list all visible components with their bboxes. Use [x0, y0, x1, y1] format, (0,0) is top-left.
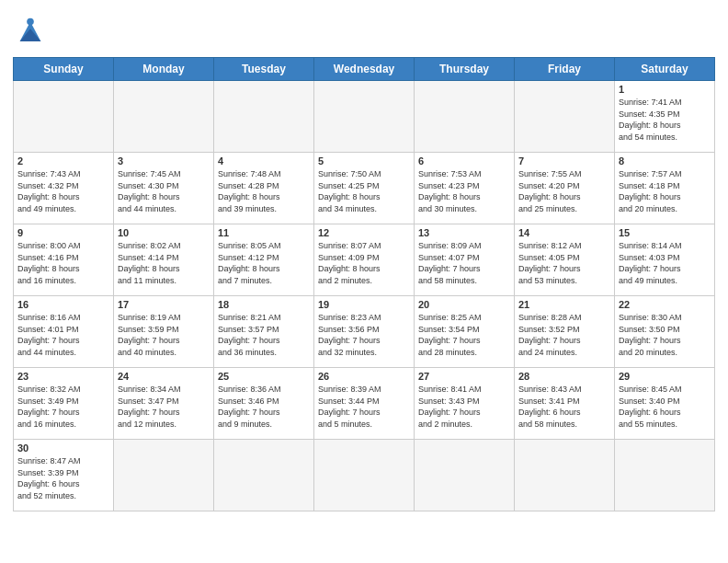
- calendar-cell: 17Sunrise: 8:19 AM Sunset: 3:59 PM Dayli…: [114, 296, 214, 368]
- day-number: 21: [518, 299, 610, 310]
- calendar-cell: 16Sunrise: 8:16 AM Sunset: 4:01 PM Dayli…: [14, 296, 114, 368]
- calendar-cell: 18Sunrise: 8:21 AM Sunset: 3:57 PM Dayli…: [214, 296, 314, 368]
- day-number: 24: [118, 371, 210, 382]
- calendar-cell: [515, 440, 615, 511]
- calendar-cell: 1Sunrise: 7:41 AM Sunset: 4:35 PM Daylig…: [615, 81, 715, 153]
- day-info: Sunrise: 8:41 AM Sunset: 3:43 PM Dayligh…: [418, 384, 510, 430]
- calendar-cell: 19Sunrise: 8:23 AM Sunset: 3:56 PM Dayli…: [314, 296, 415, 368]
- day-number: 19: [318, 299, 410, 310]
- weekday-header-monday: Monday: [114, 58, 214, 81]
- calendar-cell: 5Sunrise: 7:50 AM Sunset: 4:25 PM Daylig…: [314, 153, 415, 224]
- calendar-cell: [214, 440, 314, 511]
- day-number: 25: [218, 371, 310, 382]
- day-number: 17: [118, 299, 210, 310]
- day-number: 26: [318, 371, 410, 382]
- calendar-cell: 11Sunrise: 8:05 AM Sunset: 4:12 PM Dayli…: [214, 224, 314, 296]
- day-info: Sunrise: 8:12 AM Sunset: 4:05 PM Dayligh…: [518, 240, 610, 286]
- day-info: Sunrise: 8:45 AM Sunset: 3:40 PM Dayligh…: [619, 384, 711, 430]
- day-number: 30: [17, 442, 109, 454]
- svg-point-2: [27, 18, 34, 26]
- day-number: 9: [17, 227, 109, 238]
- calendar-cell: 9Sunrise: 8:00 AM Sunset: 4:16 PM Daylig…: [14, 224, 114, 296]
- day-info: Sunrise: 7:57 AM Sunset: 4:18 PM Dayligh…: [619, 168, 711, 214]
- calendar-cell: 2Sunrise: 7:43 AM Sunset: 4:32 PM Daylig…: [14, 153, 114, 224]
- day-info: Sunrise: 8:39 AM Sunset: 3:44 PM Dayligh…: [318, 384, 410, 430]
- day-info: Sunrise: 7:41 AM Sunset: 4:35 PM Dayligh…: [619, 97, 711, 143]
- day-number: 28: [518, 371, 610, 382]
- day-number: 23: [17, 371, 109, 382]
- day-info: Sunrise: 8:36 AM Sunset: 3:46 PM Dayligh…: [218, 384, 310, 430]
- calendar-cell: 25Sunrise: 8:36 AM Sunset: 3:46 PM Dayli…: [214, 368, 314, 440]
- calendar-cell: 28Sunrise: 8:43 AM Sunset: 3:41 PM Dayli…: [515, 368, 615, 440]
- day-number: 15: [619, 227, 711, 238]
- weekday-header-sunday: Sunday: [14, 58, 114, 81]
- calendar-cell: 24Sunrise: 8:34 AM Sunset: 3:47 PM Dayli…: [114, 368, 214, 440]
- day-number: 8: [619, 155, 711, 167]
- day-number: 7: [518, 155, 610, 167]
- day-info: Sunrise: 8:07 AM Sunset: 4:09 PM Dayligh…: [318, 240, 410, 286]
- svg-marker-1: [20, 29, 41, 41]
- calendar-cell: 21Sunrise: 8:28 AM Sunset: 3:52 PM Dayli…: [515, 296, 615, 368]
- calendar-cell: 29Sunrise: 8:45 AM Sunset: 3:40 PM Dayli…: [615, 368, 715, 440]
- weekday-header-thursday: Thursday: [415, 58, 515, 81]
- calendar-cell: 13Sunrise: 8:09 AM Sunset: 4:07 PM Dayli…: [415, 224, 515, 296]
- day-info: Sunrise: 8:43 AM Sunset: 3:41 PM Dayligh…: [518, 384, 610, 430]
- calendar-cell: 7Sunrise: 7:55 AM Sunset: 4:20 PM Daylig…: [515, 153, 615, 224]
- calendar-cell: 22Sunrise: 8:30 AM Sunset: 3:50 PM Dayli…: [615, 296, 715, 368]
- calendar-cell: [415, 81, 515, 153]
- day-info: Sunrise: 8:32 AM Sunset: 3:49 PM Dayligh…: [17, 384, 109, 430]
- day-number: 10: [118, 227, 210, 238]
- weekday-header-friday: Friday: [515, 58, 615, 81]
- day-number: 2: [17, 155, 109, 167]
- day-info: Sunrise: 8:19 AM Sunset: 3:59 PM Dayligh…: [118, 312, 210, 358]
- day-number: 1: [619, 84, 711, 95]
- day-number: 3: [118, 155, 210, 167]
- calendar-cell: [114, 440, 214, 511]
- day-info: Sunrise: 8:30 AM Sunset: 3:50 PM Dayligh…: [619, 312, 711, 358]
- day-number: 13: [418, 227, 510, 238]
- calendar-cell: 26Sunrise: 8:39 AM Sunset: 3:44 PM Dayli…: [314, 368, 415, 440]
- day-info: Sunrise: 7:48 AM Sunset: 4:28 PM Dayligh…: [218, 168, 310, 214]
- calendar-cell: [314, 81, 415, 153]
- day-info: Sunrise: 8:14 AM Sunset: 4:03 PM Dayligh…: [619, 240, 711, 286]
- day-number: 5: [318, 155, 410, 167]
- day-number: 12: [318, 227, 410, 238]
- calendar-cell: 14Sunrise: 8:12 AM Sunset: 4:05 PM Dayli…: [515, 224, 615, 296]
- calendar-cell: 30Sunrise: 8:47 AM Sunset: 3:39 PM Dayli…: [14, 440, 114, 511]
- day-info: Sunrise: 7:45 AM Sunset: 4:30 PM Dayligh…: [118, 168, 210, 214]
- day-number: 6: [418, 155, 510, 167]
- day-info: Sunrise: 8:23 AM Sunset: 3:56 PM Dayligh…: [318, 312, 410, 358]
- day-info: Sunrise: 8:28 AM Sunset: 3:52 PM Dayligh…: [518, 312, 610, 358]
- calendar-cell: 15Sunrise: 8:14 AM Sunset: 4:03 PM Dayli…: [615, 224, 715, 296]
- day-info: Sunrise: 8:25 AM Sunset: 3:54 PM Dayligh…: [418, 312, 510, 358]
- day-info: Sunrise: 7:55 AM Sunset: 4:20 PM Dayligh…: [518, 168, 610, 214]
- day-number: 27: [418, 371, 510, 382]
- day-info: Sunrise: 7:43 AM Sunset: 4:32 PM Dayligh…: [17, 168, 109, 214]
- calendar-cell: 23Sunrise: 8:32 AM Sunset: 3:49 PM Dayli…: [14, 368, 114, 440]
- calendar: SundayMondayTuesdayWednesdayThursdayFrid…: [13, 57, 715, 511]
- day-info: Sunrise: 7:53 AM Sunset: 4:23 PM Dayligh…: [418, 168, 510, 214]
- header: [13, 9, 715, 50]
- day-info: Sunrise: 8:34 AM Sunset: 3:47 PM Dayligh…: [118, 384, 210, 430]
- day-info: Sunrise: 8:47 AM Sunset: 3:39 PM Dayligh…: [17, 455, 109, 501]
- day-info: Sunrise: 8:02 AM Sunset: 4:14 PM Dayligh…: [118, 240, 210, 286]
- calendar-cell: 27Sunrise: 8:41 AM Sunset: 3:43 PM Dayli…: [415, 368, 515, 440]
- calendar-cell: [415, 440, 515, 511]
- day-info: Sunrise: 8:21 AM Sunset: 3:57 PM Dayligh…: [218, 312, 310, 358]
- calendar-cell: [314, 440, 415, 511]
- day-number: 20: [418, 299, 510, 310]
- day-info: Sunrise: 8:16 AM Sunset: 4:01 PM Dayligh…: [17, 312, 109, 358]
- calendar-cell: [114, 81, 214, 153]
- weekday-header-wednesday: Wednesday: [314, 58, 415, 81]
- weekday-header-tuesday: Tuesday: [214, 58, 314, 81]
- calendar-cell: 12Sunrise: 8:07 AM Sunset: 4:09 PM Dayli…: [314, 224, 415, 296]
- calendar-cell: 6Sunrise: 7:53 AM Sunset: 4:23 PM Daylig…: [415, 153, 515, 224]
- day-number: 18: [218, 299, 310, 310]
- day-info: Sunrise: 8:00 AM Sunset: 4:16 PM Dayligh…: [17, 240, 109, 286]
- calendar-cell: 20Sunrise: 8:25 AM Sunset: 3:54 PM Dayli…: [415, 296, 515, 368]
- calendar-cell: 3Sunrise: 7:45 AM Sunset: 4:30 PM Daylig…: [114, 153, 214, 224]
- logo: [13, 15, 51, 50]
- day-number: 29: [619, 371, 711, 382]
- calendar-cell: [14, 81, 114, 153]
- day-number: 14: [518, 227, 610, 238]
